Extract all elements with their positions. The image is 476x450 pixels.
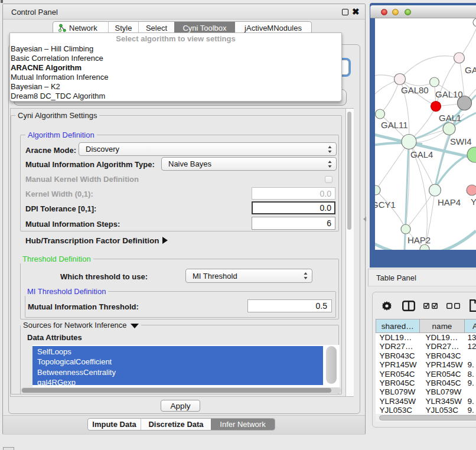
svg-text:GCY1: GCY1	[375, 200, 396, 210]
svg-text:GAL11: GAL11	[381, 120, 408, 130]
svg-text:SWI4: SWI4	[450, 136, 472, 146]
svg-text:YE: YE	[471, 197, 476, 207]
svg-text:GAL10: GAL10	[435, 89, 463, 99]
svg-text:GAL4: GAL4	[410, 149, 433, 159]
svg-text:HAP4: HAP4	[438, 197, 461, 207]
svg-text:GAL2: GAL2	[465, 65, 476, 75]
svg-text:GAL1: GAL1	[439, 113, 461, 123]
svg-text:HAP2: HAP2	[407, 235, 431, 245]
svg-text:GAL80: GAL80	[401, 85, 429, 95]
